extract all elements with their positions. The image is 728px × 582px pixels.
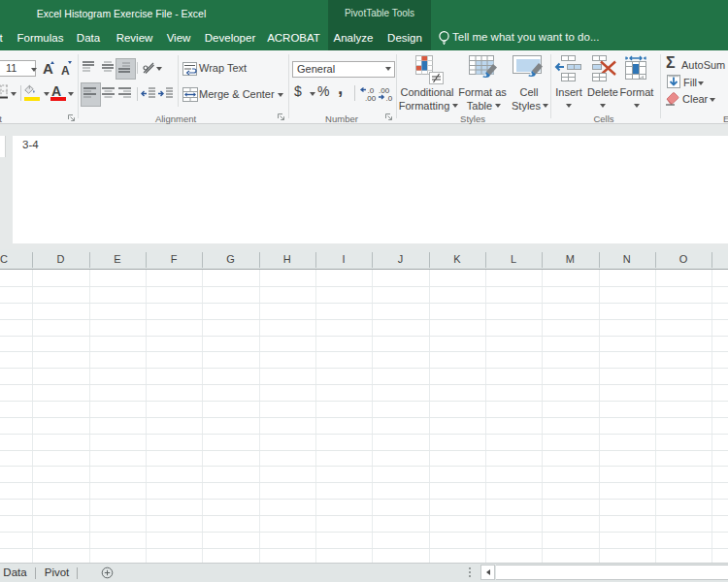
- svg-text:.00: .00: [365, 94, 377, 102]
- svg-text:.0: .0: [386, 94, 393, 102]
